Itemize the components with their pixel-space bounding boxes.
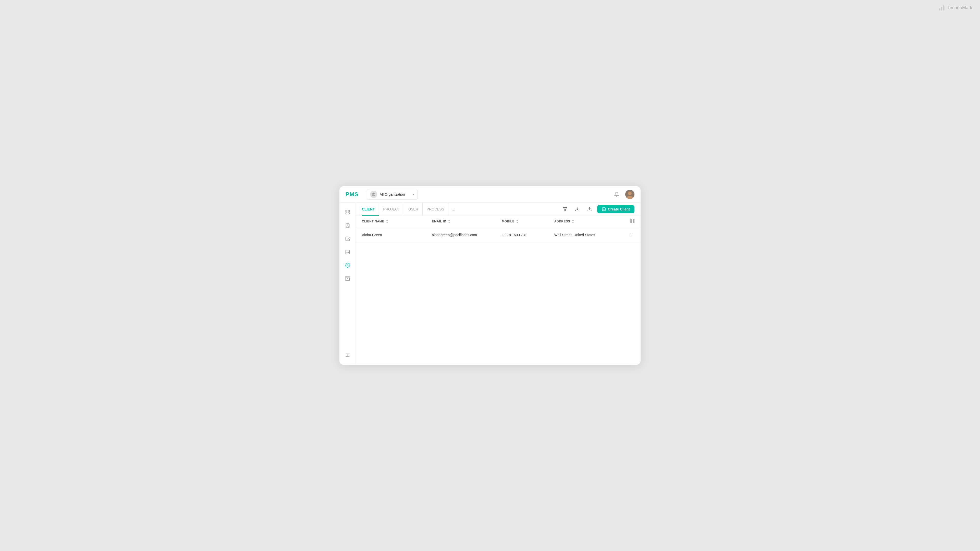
sidebar-item-reports[interactable] [342,246,353,258]
svg-rect-38 [630,219,632,221]
tab-more-button[interactable]: ... [449,206,458,212]
tab-actions: Create Client [560,205,635,214]
app-container: PMS All Organization ▾ [339,186,641,365]
svg-point-44 [631,236,631,237]
cell-client-name: Aloha Green [362,233,432,237]
content-area: CLIENT PROJECT USER PROCESS ... [356,203,641,365]
tab-process[interactable]: PROCESS [423,203,449,216]
svg-marker-36 [572,220,574,221]
svg-marker-30 [386,220,388,221]
svg-rect-13 [345,213,347,214]
watermark-brand: TechnoMark [947,5,972,11]
org-avatar [370,191,377,198]
col-header-client-name: CLIENT NAME [362,219,432,224]
svg-marker-33 [448,222,450,223]
tab-client[interactable]: CLIENT [362,203,379,216]
svg-point-42 [631,233,631,234]
svg-rect-12 [348,210,349,212]
create-client-button[interactable]: Create Client [597,205,635,213]
tab-project[interactable]: PROJECT [379,203,404,216]
svg-rect-0 [939,8,940,11]
svg-point-43 [631,235,631,235]
svg-point-18 [347,265,348,266]
sidebar-item-clients[interactable] [342,220,353,231]
watermark: TechnoMark [939,5,972,11]
table-header: CLIENT NAME EMAIL ID [356,216,641,227]
svg-rect-2 [943,5,944,11]
col-header-address: ADDRESS [554,219,624,224]
tab-nav: CLIENT PROJECT USER PROCESS ... [356,203,641,216]
top-header: PMS All Organization ▾ [339,186,641,203]
svg-rect-3 [945,6,945,11]
filter-button[interactable] [560,205,570,214]
sort-icon-email-id[interactable] [448,220,450,223]
download-button[interactable] [573,205,582,214]
table-container: CLIENT NAME EMAIL ID [356,216,641,365]
org-name: All Organization [380,192,410,197]
cell-address: Wall Street, United States [554,233,624,237]
svg-rect-6 [372,194,373,195]
tab-user[interactable]: USER [404,203,423,216]
upload-button[interactable] [585,205,594,214]
main-layout: CLIENT PROJECT USER PROCESS ... [339,203,641,365]
svg-marker-32 [448,220,450,221]
sidebar-item-archive[interactable] [342,273,353,284]
sidebar-collapse-button[interactable] [342,349,353,361]
cell-mobile: +1 781 600 731 [502,233,554,237]
sidebar-item-tasks[interactable] [342,233,353,245]
user-avatar[interactable] [625,190,635,199]
svg-marker-35 [516,222,518,223]
col-header-email-id: EMAIL ID [432,219,502,224]
sidebar-item-settings[interactable] [342,260,353,271]
notification-bell-icon[interactable] [612,190,621,199]
col-header-actions [624,219,635,224]
svg-rect-15 [347,224,348,224]
chevron-down-icon: ▾ [413,192,414,196]
table-row: Aloha Green alohagreen@pacificabs.com +1… [356,227,641,243]
row-actions [624,231,635,238]
app-logo: PMS [345,191,359,198]
svg-rect-4 [372,193,375,196]
svg-rect-19 [345,277,350,278]
sort-icon-mobile[interactable] [516,220,519,223]
svg-rect-39 [633,219,635,221]
svg-rect-41 [633,221,635,223]
svg-rect-1 [941,7,942,11]
sidebar [339,203,356,365]
watermark-icon [939,5,945,11]
col-header-mobile: MOBILE [502,219,554,224]
svg-marker-37 [572,222,574,223]
svg-rect-5 [373,192,374,194]
svg-point-9 [628,192,632,195]
cell-email-id: alohagreen@pacificabs.com [432,233,502,237]
svg-rect-40 [630,221,632,223]
svg-rect-14 [348,213,349,214]
svg-marker-34 [516,220,518,221]
column-toggle-icon[interactable] [630,219,635,224]
svg-rect-11 [345,210,347,212]
org-selector[interactable]: All Organization ▾ [367,189,418,200]
svg-marker-24 [563,207,567,211]
svg-rect-7 [374,194,375,195]
sort-icon-address[interactable] [572,220,574,223]
row-more-button[interactable] [627,231,635,238]
svg-marker-31 [386,222,388,223]
sort-icon-client-name[interactable] [386,220,388,223]
sidebar-item-dashboard[interactable] [342,206,353,218]
